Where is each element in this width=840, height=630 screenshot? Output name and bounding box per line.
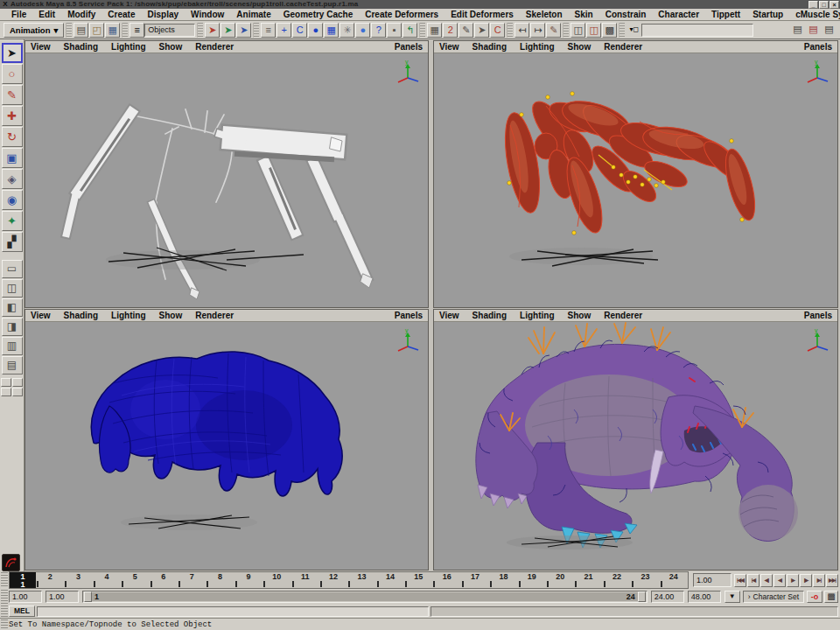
- toolbar-separator[interactable]: [253, 23, 259, 38]
- viewport-menu-item[interactable]: View: [31, 42, 59, 52]
- timeline-frame[interactable]: 5: [121, 572, 149, 588]
- viewport-menu-item[interactable]: Lighting: [111, 42, 153, 52]
- menubar-item[interactable]: Window: [185, 10, 230, 19]
- highlight-selection-mode-icon[interactable]: ≡: [261, 23, 276, 38]
- step-forward-one-frame-button[interactable]: |▶: [800, 574, 812, 587]
- ui-collapse-handle[interactable]: [1, 572, 8, 588]
- menubar-item[interactable]: Edit Deformers: [444, 10, 520, 19]
- close-button[interactable]: ×: [830, 1, 839, 9]
- timeline-frame[interactable]: 15: [404, 572, 432, 588]
- select-hierarchy-icon[interactable]: ➤: [205, 23, 220, 38]
- timeline-frame[interactable]: 8: [206, 572, 234, 588]
- select-object-icon[interactable]: ➤: [220, 23, 235, 38]
- timeline-frame[interactable]: 17: [461, 572, 489, 588]
- timeline-frame[interactable]: 9: [234, 572, 262, 588]
- viewport-canvas-muscles[interactable]: y: [434, 53, 837, 307]
- viewport-menu-item[interactable]: View: [31, 311, 59, 320]
- menubar-item[interactable]: Modify: [61, 10, 102, 19]
- menubar-item[interactable]: Character: [652, 10, 705, 19]
- menubar-item[interactable]: Animate: [230, 10, 276, 19]
- step-back-one-key-button[interactable]: |◀: [747, 574, 760, 587]
- last-tool-icon[interactable]: ▞: [2, 232, 23, 252]
- menubar-item[interactable]: Skeleton: [520, 10, 569, 19]
- viewport-menu-item[interactable]: Renderer: [604, 42, 650, 52]
- viewport-menu-item[interactable]: Show: [159, 311, 191, 320]
- snap-to-view-planes-icon[interactable]: ▦: [324, 23, 339, 38]
- toolbar-separator[interactable]: [619, 23, 625, 38]
- lock-selection-icon[interactable]: ▪: [387, 23, 402, 38]
- animation-preferences-button[interactable]: ▩: [824, 591, 838, 603]
- timeline-frame[interactable]: 22: [603, 572, 631, 588]
- viewport-panels-menu[interactable]: Panels: [395, 42, 423, 52]
- input-connections-icon[interactable]: ↤: [514, 23, 529, 38]
- viewport-menu-item[interactable]: Show: [568, 42, 599, 52]
- hide-ui-elements-icon[interactable]: ▤: [822, 23, 836, 38]
- toolbar-separator[interactable]: [419, 23, 425, 38]
- timeline-frame[interactable]: 13: [347, 572, 375, 588]
- output-connections-icon[interactable]: ↦: [530, 23, 545, 38]
- timeline-frame[interactable]: 19: [518, 572, 546, 588]
- layout-split-two-button[interactable]: ◨: [2, 318, 23, 336]
- layout-mini-button[interactable]: [1, 388, 11, 396]
- current-frame-marker[interactable]: 1 1: [10, 572, 36, 588]
- menubar-item[interactable]: Skin: [569, 10, 599, 19]
- toolbar-separator[interactable]: [563, 23, 569, 38]
- grid-display-icon[interactable]: ▦: [427, 23, 442, 38]
- character-set-selector[interactable]: › Character Set: [743, 591, 804, 603]
- soft-mod-tool-icon[interactable]: ◉: [2, 190, 23, 210]
- layout-mini-button[interactable]: [1, 378, 11, 387]
- field-mode-dropdown-icon[interactable]: ▾◻: [626, 23, 641, 38]
- viewport-menu-item[interactable]: Renderer: [604, 311, 650, 320]
- menubar-item[interactable]: Create Deformers: [359, 10, 444, 19]
- viewport-menu-item[interactable]: Shading: [64, 42, 106, 52]
- show-manipulator-icon[interactable]: ✦: [2, 211, 23, 231]
- menubar-item[interactable]: Constrain: [599, 10, 653, 19]
- maximize-button[interactable]: □: [819, 1, 829, 9]
- character-app-icon[interactable]: [2, 554, 20, 571]
- timeline-frame[interactable]: 14: [376, 572, 404, 588]
- timeline-frame[interactable]: 7: [178, 572, 206, 588]
- selection-mask-field[interactable]: [144, 24, 195, 37]
- render-current-frame-icon[interactable]: ◫: [570, 23, 585, 38]
- menubar-item[interactable]: Display: [141, 10, 185, 19]
- timeline-frame[interactable]: 24: [660, 572, 688, 588]
- layout-four-pane-button[interactable]: ◫: [2, 279, 23, 298]
- step-forward-one-key-button[interactable]: ▶|: [813, 574, 825, 587]
- make-live-icon[interactable]: ✳: [340, 23, 354, 38]
- selection-mask-funnel-icon[interactable]: ≡: [130, 23, 144, 38]
- window-titlebar[interactable]: X Autodesk Maya 8.5 Service Pack 1: /sho…: [0, 0, 840, 9]
- new-scene-icon[interactable]: ▤: [74, 23, 88, 38]
- current-time-field[interactable]: [693, 573, 732, 587]
- viewport-menu-item[interactable]: Lighting: [520, 42, 562, 52]
- pencil-tool-icon[interactable]: ✎: [458, 23, 473, 38]
- lasso-select-tool-icon[interactable]: ○: [2, 64, 23, 84]
- viewport-menu-item[interactable]: Renderer: [195, 42, 242, 52]
- ipr-render-icon[interactable]: ◫: [586, 23, 601, 38]
- toolbar-separator[interactable]: [197, 23, 203, 38]
- viewport-menu-item[interactable]: Shading: [64, 311, 106, 320]
- ui-collapse-handle[interactable]: [1, 620, 8, 630]
- menubar-item[interactable]: cMuscle System: [789, 10, 840, 19]
- toolbar-separator[interactable]: [507, 23, 513, 38]
- layout-hypergraph-persp-button[interactable]: ▥: [2, 337, 23, 355]
- minimize-button[interactable]: _: [808, 1, 818, 9]
- open-scene-icon[interactable]: ◰: [89, 23, 104, 38]
- playback-end-field[interactable]: [651, 591, 684, 603]
- menubar-item[interactable]: Startup: [746, 10, 789, 19]
- layout-single-pane-button[interactable]: ▭: [2, 260, 23, 278]
- timeline-frame[interactable]: 11: [291, 572, 319, 588]
- menu-set-selector[interactable]: Animation ▾: [4, 23, 64, 38]
- edit-connections-icon[interactable]: ✎: [546, 23, 561, 38]
- restore-ui-elements-icon[interactable]: ▤: [806, 23, 821, 38]
- rotate-tool-icon[interactable]: ↻: [2, 127, 23, 147]
- viewport-panels-menu[interactable]: Panels: [804, 42, 832, 52]
- viewport-canvas-character[interactable]: y: [434, 322, 837, 570]
- scale-tool-icon[interactable]: ▣: [2, 148, 23, 168]
- playback-start-field[interactable]: [46, 591, 79, 603]
- range-start-handle[interactable]: [84, 592, 92, 602]
- auto-keyframe-toggle[interactable]: -o: [807, 591, 822, 603]
- character-set-dropdown-icon[interactable]: ▼: [724, 591, 740, 603]
- snap-to-curves-icon[interactable]: C: [292, 23, 307, 38]
- range-end-handle[interactable]: [638, 592, 646, 602]
- universal-manipulator-icon[interactable]: ◈: [2, 169, 23, 189]
